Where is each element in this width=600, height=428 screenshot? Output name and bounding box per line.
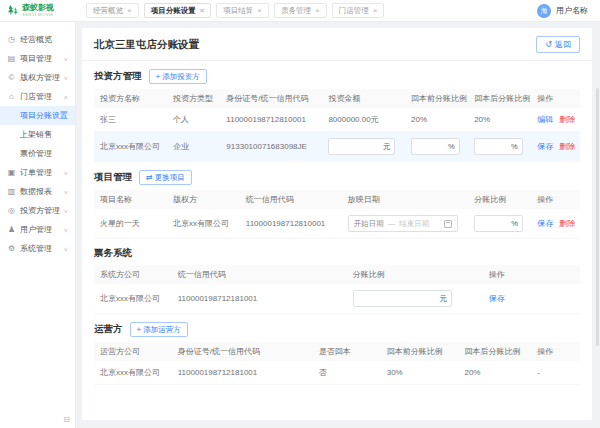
close-icon[interactable]: × bbox=[315, 7, 320, 15]
sidebar-subitem-split-settings[interactable]: 项目分账设置 bbox=[0, 106, 75, 125]
delete-link[interactable]: 删除 bbox=[559, 142, 575, 151]
tab-label: 票务管理 bbox=[281, 6, 311, 16]
vertical-scrollbar[interactable] bbox=[596, 88, 599, 346]
gear-icon: ⚙ bbox=[7, 244, 16, 253]
close-icon[interactable]: × bbox=[127, 7, 132, 15]
tab-bar: 经营概览 × 项目分账设置 × 项目结算 × 票务管理 × 门店管理 × bbox=[78, 3, 537, 18]
project-icon: ▤ bbox=[7, 54, 16, 63]
ticket-header-row: 系统方公司 统一信用代码 分账比例 操作 bbox=[94, 265, 580, 284]
user-name: 用户名称 bbox=[556, 5, 588, 16]
cell-credit-code: 110000198712181001 bbox=[172, 284, 347, 314]
sidebar-item-project-mgmt[interactable]: ▤ 项目管理 ∨ bbox=[0, 49, 75, 68]
cell-project-name: 火星的一天 bbox=[94, 209, 167, 239]
table-row: 北京xxx有限公司 110000198712181001 否 30% 20% - bbox=[94, 361, 580, 385]
cell-id: 110000198712810001 bbox=[220, 108, 322, 132]
chevron-down-icon: ∨ bbox=[64, 75, 69, 81]
sidebar-item-data-report[interactable]: ▥ 数据报表 ∨ bbox=[0, 182, 75, 201]
avatar[interactable]: 海 bbox=[537, 4, 551, 18]
sidebar-item-overview[interactable]: ◷ 经营概览 bbox=[0, 30, 75, 49]
tab-ticket-management[interactable]: 票务管理 × bbox=[274, 3, 327, 18]
col-pre-ratio: 回本前分账比例 bbox=[381, 342, 459, 361]
tab-project-settlement[interactable]: 项目结算 × bbox=[216, 3, 269, 18]
tab-store-management[interactable]: 门店管理 × bbox=[332, 3, 385, 18]
col-payback: 是否回本 bbox=[313, 342, 381, 361]
cell-type: 个人 bbox=[167, 108, 220, 132]
sidebar-subitem-label: 票价管理 bbox=[20, 148, 52, 159]
col-id-code: 身份证号/统一信用代码 bbox=[220, 89, 322, 108]
sidebar-item-user-mgmt[interactable]: ♟ 用户管理 ∨ bbox=[0, 220, 75, 239]
sidebar: ◷ 经营概览 ▤ 项目管理 ∨ © 版权方管理 ∨ ⌂ 门店管理 ∧ 项目分账设… bbox=[0, 22, 76, 428]
sidebar-subitem-on-sale[interactable]: 上架销售 bbox=[0, 125, 75, 144]
cell-post-ratio: 20% bbox=[468, 108, 531, 132]
sidebar-subitem-label: 上架销售 bbox=[20, 129, 52, 140]
sidebar-item-label: 投资方管理 bbox=[20, 205, 60, 216]
cell-amount: 8000000.00元 bbox=[322, 108, 405, 132]
ratio-input[interactable] bbox=[479, 219, 508, 228]
ticket-section-title: 票务系统 bbox=[94, 247, 132, 260]
chevron-down-icon: ∨ bbox=[64, 56, 69, 62]
sidebar-item-store-mgmt[interactable]: ⌂ 门店管理 ∧ bbox=[0, 87, 75, 106]
pre-ratio-input[interactable] bbox=[416, 142, 445, 151]
back-button[interactable]: ↺ 返回 bbox=[536, 36, 580, 53]
project-table: 项目名称 版权方 统一信用代码 放映日期 分账比例 操作 火星的一天 北京xx有… bbox=[94, 190, 580, 239]
cell-company: 北京xxx有限公司 bbox=[94, 284, 172, 314]
sidebar-item-investor-mgmt[interactable]: ◎ 投资方管理 ∨ bbox=[0, 201, 75, 220]
delete-link[interactable]: 删除 bbox=[559, 219, 575, 228]
col-id-code: 身份证号/统一信用代码 bbox=[172, 342, 313, 361]
sidebar-item-order-mgmt[interactable]: ▣ 订单管理 ∨ bbox=[0, 163, 75, 182]
date-start-placeholder: 开始日期 bbox=[354, 219, 384, 229]
tab-overview[interactable]: 经营概览 × bbox=[86, 3, 139, 18]
app-window: 森蚁影视 SENYI MOVIE 经营概览 × 项目分账设置 × 项目结算 × … bbox=[0, 0, 600, 428]
sidebar-collapse-icon[interactable]: ⊟ bbox=[63, 415, 70, 424]
cell-company: 北京xxx有限公司 bbox=[94, 361, 172, 385]
tab-label: 项目结算 bbox=[223, 6, 253, 16]
delete-link[interactable]: 删除 bbox=[559, 115, 575, 124]
close-icon[interactable]: × bbox=[373, 7, 378, 15]
tab-split-settings[interactable]: 项目分账设置 × bbox=[144, 3, 212, 18]
amount-input[interactable] bbox=[333, 142, 380, 151]
table-row: 北京xxx有限公司 110000198712181001 元 保存 bbox=[94, 284, 580, 314]
sidebar-item-label: 系统管理 bbox=[20, 243, 52, 254]
sidebar-item-system-mgmt[interactable]: ⚙ 系统管理 ∨ bbox=[0, 239, 75, 258]
date-separator: — bbox=[388, 219, 396, 228]
cell-type: 企业 bbox=[167, 132, 220, 162]
cell-actions: 保存 bbox=[483, 284, 580, 314]
investors-header-row: 投资方名称 投资方类型 身份证号/统一信用代码 投资金额 回本前分账比例 回本后… bbox=[94, 89, 580, 108]
investor-icon: ◎ bbox=[7, 206, 16, 215]
post-ratio-input-wrap: % bbox=[474, 138, 523, 155]
col-actions: 操作 bbox=[531, 342, 580, 361]
operator-header-row: 运营方公司 身份证号/统一信用代码 是否回本 回本前分账比例 回本后分账比例 操… bbox=[94, 342, 580, 361]
sidebar-item-copyright-mgmt[interactable]: © 版权方管理 ∨ bbox=[0, 68, 75, 87]
sidebar-subitem-ticket-price[interactable]: 票价管理 bbox=[0, 144, 75, 163]
ratio-input[interactable] bbox=[358, 294, 437, 303]
add-investor-button[interactable]: + 添加投资方 bbox=[149, 69, 207, 84]
page-header: 北京三里屯店分账设置 ↺ 返回 bbox=[94, 36, 580, 53]
date-range-picker[interactable]: 开始日期 — 结束日期 bbox=[348, 215, 458, 232]
cell-date-range: 开始日期 — 结束日期 bbox=[342, 209, 468, 239]
close-icon[interactable]: × bbox=[257, 7, 262, 15]
save-link[interactable]: 保存 bbox=[537, 219, 553, 228]
edit-link[interactable]: 编辑 bbox=[537, 115, 553, 124]
cell-pre-ratio-input: % bbox=[405, 132, 468, 162]
chevron-down-icon: ∨ bbox=[64, 170, 69, 176]
col-operator-company: 运营方公司 bbox=[94, 342, 172, 361]
cell-payback: 否 bbox=[313, 361, 381, 385]
cell-post-ratio: 20% bbox=[458, 361, 531, 385]
change-project-button[interactable]: ⇄ 更换项目 bbox=[139, 170, 192, 185]
project-section-header: 项目管理 ⇄ 更换项目 bbox=[94, 170, 580, 185]
save-link[interactable]: 保存 bbox=[489, 294, 505, 303]
col-system-company: 系统方公司 bbox=[94, 265, 172, 284]
cell-credit-code: 110000198712810001 bbox=[240, 209, 342, 239]
col-copyright-owner: 版权方 bbox=[167, 190, 240, 209]
main-area: 北京三里屯店分账设置 ↺ 返回 投资方管理 + 添加投资方 投资方名称 bbox=[76, 22, 600, 428]
logo-title: 森蚁影视 bbox=[22, 4, 54, 12]
close-icon[interactable]: × bbox=[200, 7, 205, 15]
add-operator-button[interactable]: + 添加运营方 bbox=[130, 322, 188, 337]
user-box[interactable]: 海 用户名称 bbox=[537, 4, 600, 18]
cell-id-code: 110000198712181001 bbox=[172, 361, 313, 385]
dashboard-icon: ◷ bbox=[7, 35, 16, 44]
save-link[interactable]: 保存 bbox=[537, 142, 553, 151]
store-icon: ⌂ bbox=[7, 92, 16, 101]
chevron-down-icon: ∨ bbox=[64, 227, 69, 233]
post-ratio-input[interactable] bbox=[479, 142, 508, 151]
